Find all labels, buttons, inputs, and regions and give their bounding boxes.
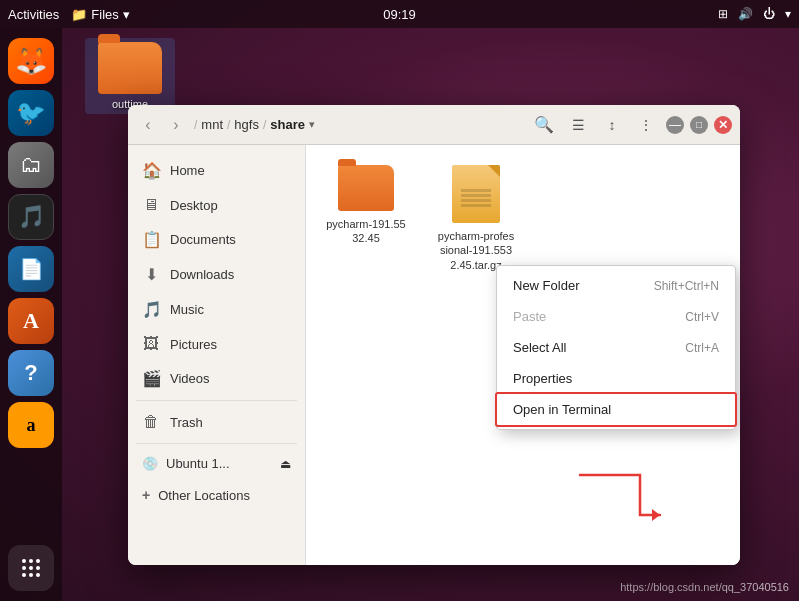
svg-point-7 [29, 573, 33, 577]
sidebar-label-other-locations: Other Locations [158, 488, 250, 503]
sidebar-item-trash[interactable]: 🗑 Trash [128, 405, 305, 439]
titlebar-actions: 🔍 ☰ ↕ ⋮ — □ ✕ [530, 111, 732, 139]
clock: 09:19 [383, 7, 416, 22]
sidebar-label-trash: Trash [170, 415, 203, 430]
sidebar-label-documents: Documents [170, 232, 236, 247]
close-button[interactable]: ✕ [714, 116, 732, 134]
svg-point-1 [29, 559, 33, 563]
sidebar-divider [136, 400, 297, 401]
back-button[interactable]: ‹ [136, 113, 160, 137]
power-icon[interactable]: ⏻ [763, 7, 775, 21]
svg-marker-9 [652, 509, 660, 521]
archive-icon [452, 165, 500, 223]
volume-icon[interactable]: 🔊 [738, 7, 753, 21]
sidebar-item-videos[interactable]: 🎬 Videos [128, 361, 305, 396]
ctx-properties[interactable]: Properties [497, 363, 735, 394]
show-apps-button[interactable] [8, 545, 54, 591]
ctx-select-all-shortcut: Ctrl+A [685, 341, 719, 355]
sidebar-item-music[interactable]: 🎵 Music [128, 292, 305, 327]
eject-icon[interactable]: ⏏ [280, 457, 291, 471]
window-titlebar: ‹ › / mnt / hgfs / share ▾ 🔍 ☰ ↕ ⋮ — □ ✕ [128, 105, 740, 145]
ctx-properties-label: Properties [513, 371, 572, 386]
svg-point-6 [22, 573, 26, 577]
ctx-new-folder-shortcut: Shift+Ctrl+N [654, 279, 719, 293]
dropdown-icon[interactable]: ▾ [785, 7, 791, 21]
window-body: 🏠 Home 🖥 Desktop 📋 Documents ⬇ Downloads… [128, 145, 740, 565]
dock: 🦊 🐦 🗂 🎵 📄 A ? a [0, 28, 62, 601]
navigation-buttons: ‹ › [136, 113, 188, 137]
file-manager-window: ‹ › / mnt / hgfs / share ▾ 🔍 ☰ ↕ ⋮ — □ ✕… [128, 105, 740, 565]
files-menu[interactable]: 📁 Files ▾ [71, 7, 129, 22]
dock-amazon[interactable]: a [8, 402, 54, 448]
annotation-arrow [560, 465, 680, 545]
ctx-open-terminal[interactable]: Open in Terminal [497, 394, 735, 425]
breadcrumb-share[interactable]: share [270, 117, 305, 132]
sidebar-label-ubuntu: Ubuntu 1... [166, 456, 230, 471]
view-menu-button[interactable]: ⋮ [632, 111, 660, 139]
breadcrumb-hgfs[interactable]: hgfs [234, 117, 259, 132]
folder-icon [338, 165, 394, 211]
context-menu: New Folder Shift+Ctrl+N Paste Ctrl+V Sel… [496, 265, 736, 430]
home-icon: 🏠 [142, 161, 160, 180]
sidebar-label-desktop: Desktop [170, 198, 218, 213]
dock-libreoffice[interactable]: 📄 [8, 246, 54, 292]
sidebar-item-documents[interactable]: 📋 Documents [128, 222, 305, 257]
breadcrumb-mnt[interactable]: mnt [201, 117, 223, 132]
sidebar-label-pictures: Pictures [170, 337, 217, 352]
ctx-select-all[interactable]: Select All Ctrl+A [497, 332, 735, 363]
ubuntu-drive-icon: 💿 [142, 456, 158, 471]
ctx-paste[interactable]: Paste Ctrl+V [497, 301, 735, 332]
search-button[interactable]: 🔍 [530, 111, 558, 139]
ctx-paste-label: Paste [513, 309, 546, 324]
ctx-open-terminal-label: Open in Terminal [513, 402, 611, 417]
music-icon: 🎵 [142, 300, 160, 319]
view-sort-button[interactable]: ↕ [598, 111, 626, 139]
file-grid: pycharm-191.5532.45 pycharm-professional… [326, 165, 720, 272]
maximize-button[interactable]: □ [690, 116, 708, 134]
file-item-pycharm-archive[interactable]: pycharm-professional-191.5532.45.tar.gz [436, 165, 516, 272]
dock-firefox[interactable]: 🦊 [8, 38, 54, 84]
activities-button[interactable]: Activities [8, 7, 59, 22]
ctx-new-folder-label: New Folder [513, 278, 579, 293]
svg-point-4 [29, 566, 33, 570]
svg-point-8 [36, 573, 40, 577]
dock-thunderbird[interactable]: 🐦 [8, 90, 54, 136]
sidebar-label-downloads: Downloads [170, 267, 234, 282]
file-item-pycharm-folder[interactable]: pycharm-191.5532.45 [326, 165, 406, 272]
ctx-paste-shortcut: Ctrl+V [685, 310, 719, 324]
topbar: Activities 📁 Files ▾ 09:19 ⊞ 🔊 ⏻ ▾ [0, 0, 799, 28]
other-locations-icon: + [142, 487, 150, 503]
main-content[interactable]: pycharm-191.5532.45 pycharm-professional… [306, 145, 740, 565]
svg-point-3 [22, 566, 26, 570]
dock-files[interactable]: 🗂 [8, 142, 54, 188]
desktop-folder-outtime[interactable]: outtime [85, 38, 175, 114]
dock-help[interactable]: ? [8, 350, 54, 396]
file-label-pycharm-folder: pycharm-191.5532.45 [326, 217, 406, 246]
sidebar-item-ubuntu[interactable]: 💿 Ubuntu 1... ⏏ [128, 448, 305, 479]
sidebar-item-downloads[interactable]: ⬇ Downloads [128, 257, 305, 292]
documents-icon: 📋 [142, 230, 160, 249]
sidebar-item-pictures[interactable]: 🖼 Pictures [128, 327, 305, 361]
downloads-icon: ⬇ [142, 265, 160, 284]
ctx-new-folder[interactable]: New Folder Shift+Ctrl+N [497, 270, 735, 301]
sidebar-item-desktop[interactable]: 🖥 Desktop [128, 188, 305, 222]
dock-software-center[interactable]: A [8, 298, 54, 344]
ctx-select-all-label: Select All [513, 340, 566, 355]
svg-point-0 [22, 559, 26, 563]
sidebar-item-other-locations[interactable]: + Other Locations [128, 479, 305, 511]
sidebar-label-home: Home [170, 163, 205, 178]
breadcrumb: / mnt / hgfs / share ▾ [194, 117, 524, 132]
pictures-icon: 🖼 [142, 335, 160, 353]
forward-button[interactable]: › [164, 113, 188, 137]
minimize-button[interactable]: — [666, 116, 684, 134]
sidebar: 🏠 Home 🖥 Desktop 📋 Documents ⬇ Downloads… [128, 145, 306, 565]
view-list-button[interactable]: ☰ [564, 111, 592, 139]
network-icon[interactable]: ⊞ [718, 7, 728, 21]
desktop-icon: 🖥 [142, 196, 160, 214]
sidebar-label-music: Music [170, 302, 204, 317]
sidebar-item-home[interactable]: 🏠 Home [128, 153, 305, 188]
svg-point-5 [36, 566, 40, 570]
breadcrumb-dropdown-icon[interactable]: ▾ [309, 118, 315, 131]
dock-rhythmbox[interactable]: 🎵 [8, 194, 54, 240]
trash-icon: 🗑 [142, 413, 160, 431]
